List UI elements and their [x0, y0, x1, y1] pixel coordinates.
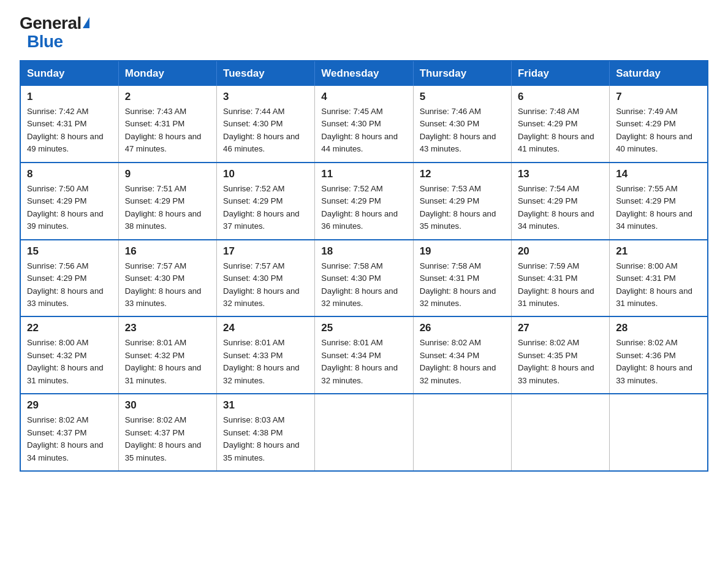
- calendar-cell: [315, 394, 413, 471]
- day-number: 10: [223, 168, 308, 180]
- day-number: 2: [125, 91, 210, 103]
- calendar-cell: 19 Sunrise: 7:58 AMSunset: 4:31 PMDaylig…: [413, 240, 511, 317]
- calendar-cell: 23 Sunrise: 8:01 AMSunset: 4:32 PMDaylig…: [118, 316, 216, 394]
- day-info: Sunrise: 7:46 AMSunset: 4:30 PMDaylight:…: [420, 105, 505, 156]
- day-number: 8: [27, 168, 112, 180]
- calendar-cell: 13 Sunrise: 7:54 AMSunset: 4:29 PMDaylig…: [511, 163, 609, 240]
- day-info: Sunrise: 7:59 AMSunset: 4:31 PMDaylight:…: [518, 260, 603, 310]
- calendar-cell: 25 Sunrise: 8:01 AMSunset: 4:34 PMDaylig…: [315, 316, 413, 394]
- calendar-cell: 8 Sunrise: 7:50 AMSunset: 4:29 PMDayligh…: [20, 163, 118, 240]
- calendar-week-4: 22 Sunrise: 8:00 AMSunset: 4:32 PMDaylig…: [20, 316, 708, 394]
- logo: General Blue: [20, 15, 89, 50]
- weekday-thursday: Thursday: [413, 61, 511, 86]
- logo-general-text: General: [20, 15, 89, 32]
- calendar-body: 1 Sunrise: 7:42 AMSunset: 4:31 PMDayligh…: [20, 86, 708, 471]
- day-number: 1: [27, 91, 112, 103]
- day-number: 26: [420, 322, 505, 334]
- calendar-cell: 10 Sunrise: 7:52 AMSunset: 4:29 PMDaylig…: [217, 163, 315, 240]
- calendar-cell: 20 Sunrise: 7:59 AMSunset: 4:31 PMDaylig…: [511, 240, 609, 317]
- calendar-cell: 1 Sunrise: 7:42 AMSunset: 4:31 PMDayligh…: [20, 86, 118, 163]
- day-number: 22: [27, 322, 112, 334]
- calendar-table: SundayMondayTuesdayWednesdayThursdayFrid…: [20, 60, 708, 472]
- day-info: Sunrise: 7:57 AMSunset: 4:30 PMDaylight:…: [223, 260, 308, 310]
- day-info: Sunrise: 7:58 AMSunset: 4:31 PMDaylight:…: [420, 260, 505, 310]
- weekday-sunday: Sunday: [20, 61, 118, 86]
- day-number: 31: [223, 399, 308, 412]
- day-number: 17: [223, 245, 308, 258]
- weekday-monday: Monday: [118, 61, 216, 86]
- day-info: Sunrise: 8:00 AMSunset: 4:32 PMDaylight:…: [27, 337, 112, 387]
- calendar-cell: [610, 394, 708, 471]
- calendar-cell: 15 Sunrise: 7:56 AMSunset: 4:29 PMDaylig…: [20, 240, 118, 317]
- weekday-friday: Friday: [511, 61, 609, 86]
- day-info: Sunrise: 7:53 AMSunset: 4:29 PMDaylight:…: [420, 183, 505, 233]
- calendar-cell: 2 Sunrise: 7:43 AMSunset: 4:31 PMDayligh…: [118, 86, 216, 163]
- day-number: 7: [616, 91, 701, 103]
- calendar-cell: 17 Sunrise: 7:57 AMSunset: 4:30 PMDaylig…: [217, 240, 315, 317]
- calendar-cell: 22 Sunrise: 8:00 AMSunset: 4:32 PMDaylig…: [20, 316, 118, 394]
- calendar-cell: 21 Sunrise: 8:00 AMSunset: 4:31 PMDaylig…: [610, 240, 708, 317]
- day-number: 12: [420, 168, 505, 180]
- day-number: 30: [125, 399, 210, 412]
- calendar-cell: 7 Sunrise: 7:49 AMSunset: 4:29 PMDayligh…: [610, 86, 708, 163]
- day-number: 27: [518, 322, 603, 334]
- day-number: 18: [321, 245, 406, 258]
- day-info: Sunrise: 7:45 AMSunset: 4:30 PMDaylight:…: [321, 105, 406, 156]
- day-number: 28: [616, 322, 701, 334]
- calendar-cell: 12 Sunrise: 7:53 AMSunset: 4:29 PMDaylig…: [413, 163, 511, 240]
- page-header: General Blue: [20, 15, 708, 50]
- day-info: Sunrise: 7:48 AMSunset: 4:29 PMDaylight:…: [518, 105, 603, 156]
- day-number: 16: [125, 245, 210, 258]
- calendar-cell: [511, 394, 609, 471]
- day-info: Sunrise: 7:54 AMSunset: 4:29 PMDaylight:…: [518, 183, 603, 233]
- day-info: Sunrise: 7:58 AMSunset: 4:30 PMDaylight:…: [321, 260, 406, 310]
- weekday-wednesday: Wednesday: [315, 61, 413, 86]
- day-info: Sunrise: 7:57 AMSunset: 4:30 PMDaylight:…: [125, 260, 210, 310]
- calendar-cell: 24 Sunrise: 8:01 AMSunset: 4:33 PMDaylig…: [217, 316, 315, 394]
- day-info: Sunrise: 7:42 AMSunset: 4:31 PMDaylight:…: [27, 105, 112, 156]
- day-number: 13: [518, 168, 603, 180]
- day-info: Sunrise: 7:56 AMSunset: 4:29 PMDaylight:…: [27, 260, 112, 310]
- day-info: Sunrise: 8:02 AMSunset: 4:35 PMDaylight:…: [518, 337, 603, 387]
- calendar-cell: 18 Sunrise: 7:58 AMSunset: 4:30 PMDaylig…: [315, 240, 413, 317]
- day-info: Sunrise: 8:00 AMSunset: 4:31 PMDaylight:…: [616, 260, 701, 310]
- calendar-cell: 16 Sunrise: 7:57 AMSunset: 4:30 PMDaylig…: [118, 240, 216, 317]
- calendar-week-2: 8 Sunrise: 7:50 AMSunset: 4:29 PMDayligh…: [20, 163, 708, 240]
- day-info: Sunrise: 8:02 AMSunset: 4:34 PMDaylight:…: [420, 337, 505, 387]
- calendar-cell: 3 Sunrise: 7:44 AMSunset: 4:30 PMDayligh…: [217, 86, 315, 163]
- day-info: Sunrise: 8:03 AMSunset: 4:38 PMDaylight:…: [223, 414, 308, 464]
- weekday-header-row: SundayMondayTuesdayWednesdayThursdayFrid…: [20, 61, 708, 86]
- calendar-cell: 29 Sunrise: 8:02 AMSunset: 4:37 PMDaylig…: [20, 394, 118, 471]
- weekday-tuesday: Tuesday: [217, 61, 315, 86]
- calendar-cell: 27 Sunrise: 8:02 AMSunset: 4:35 PMDaylig…: [511, 316, 609, 394]
- logo-blue-text: Blue: [27, 33, 63, 50]
- logo-triangle-icon: [83, 17, 89, 28]
- calendar-cell: 31 Sunrise: 8:03 AMSunset: 4:38 PMDaylig…: [217, 394, 315, 471]
- day-info: Sunrise: 7:49 AMSunset: 4:29 PMDaylight:…: [616, 105, 701, 156]
- calendar-week-3: 15 Sunrise: 7:56 AMSunset: 4:29 PMDaylig…: [20, 240, 708, 317]
- day-info: Sunrise: 8:01 AMSunset: 4:32 PMDaylight:…: [125, 337, 210, 387]
- day-info: Sunrise: 7:55 AMSunset: 4:29 PMDaylight:…: [616, 183, 701, 233]
- day-info: Sunrise: 7:44 AMSunset: 4:30 PMDaylight:…: [223, 105, 308, 156]
- day-number: 11: [321, 168, 406, 180]
- day-number: 9: [125, 168, 210, 180]
- day-number: 15: [27, 245, 112, 258]
- calendar-week-5: 29 Sunrise: 8:02 AMSunset: 4:37 PMDaylig…: [20, 394, 708, 471]
- calendar-cell: 26 Sunrise: 8:02 AMSunset: 4:34 PMDaylig…: [413, 316, 511, 394]
- day-info: Sunrise: 7:50 AMSunset: 4:29 PMDaylight:…: [27, 183, 112, 233]
- day-info: Sunrise: 7:52 AMSunset: 4:29 PMDaylight:…: [321, 183, 406, 233]
- calendar-header: SundayMondayTuesdayWednesdayThursdayFrid…: [20, 61, 708, 86]
- day-info: Sunrise: 8:01 AMSunset: 4:33 PMDaylight:…: [223, 337, 308, 387]
- calendar-cell: 9 Sunrise: 7:51 AMSunset: 4:29 PMDayligh…: [118, 163, 216, 240]
- day-number: 23: [125, 322, 210, 334]
- calendar-cell: 4 Sunrise: 7:45 AMSunset: 4:30 PMDayligh…: [315, 86, 413, 163]
- day-number: 24: [223, 322, 308, 334]
- day-info: Sunrise: 7:51 AMSunset: 4:29 PMDaylight:…: [125, 183, 210, 233]
- day-info: Sunrise: 7:43 AMSunset: 4:31 PMDaylight:…: [125, 105, 210, 156]
- day-number: 29: [27, 399, 112, 412]
- day-number: 14: [616, 168, 701, 180]
- calendar-cell: 30 Sunrise: 8:02 AMSunset: 4:37 PMDaylig…: [118, 394, 216, 471]
- day-number: 21: [616, 245, 701, 258]
- day-number: 19: [420, 245, 505, 258]
- calendar-cell: 11 Sunrise: 7:52 AMSunset: 4:29 PMDaylig…: [315, 163, 413, 240]
